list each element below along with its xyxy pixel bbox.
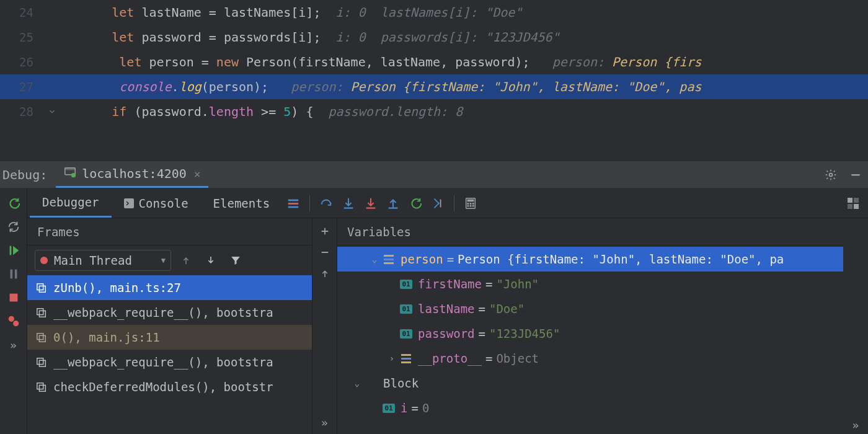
frame-label: __webpack_require__(), bootstra (53, 355, 273, 369)
chevron-down-icon[interactable]: ⌄ (367, 254, 382, 264)
force-step-into-button[interactable] (360, 192, 382, 215)
frames-panel: Frames Main Thread ▼ zUnb(), main.ts:27_… (27, 218, 312, 434)
tab-elements-label: Elements (213, 197, 270, 210)
rerun-button[interactable] (2, 192, 25, 215)
thread-select[interactable]: Main Thread ▼ (35, 250, 171, 271)
tab-elements[interactable]: Elements (201, 188, 283, 218)
layout-button[interactable] (846, 192, 868, 215)
code-editor[interactable]: 24 let lastName = lastNames[i];i: 0lastN… (0, 0, 868, 124)
object-icon (399, 353, 413, 364)
stack-frame[interactable]: 0(), main.js:11 (27, 325, 312, 350)
variable-row[interactable]: 01lastName = "Doe" (337, 296, 843, 321)
next-frame-button[interactable] (201, 250, 221, 270)
code-line[interactable]: 24 let lastName = lastNames[i];i: 0lastN… (0, 0, 868, 25)
evaluate-button[interactable] (459, 192, 482, 215)
code-text: if (password.length >= 5) { (67, 99, 313, 124)
filter-frames-button[interactable] (226, 250, 246, 270)
field-icon: 01 (382, 402, 396, 414)
var-name: i (401, 401, 407, 415)
chevron-down-icon: ▼ (161, 256, 166, 265)
svg-rect-12 (288, 199, 299, 201)
svg-rect-37 (39, 360, 45, 366)
variable-row[interactable]: 01password = "123JD456" (337, 321, 843, 346)
svg-rect-35 (39, 335, 45, 342)
svg-rect-36 (37, 358, 43, 365)
gutter[interactable] (37, 99, 67, 124)
svg-rect-23 (467, 205, 469, 206)
tab-console[interactable]: Console (112, 188, 201, 218)
more-actions-icon[interactable]: » (316, 413, 334, 432)
run-to-cursor-button[interactable] (404, 192, 427, 215)
svg-point-10 (13, 321, 19, 326)
remove-watch-button[interactable] (316, 243, 334, 262)
pause-button[interactable] (2, 263, 25, 285)
svg-rect-8 (9, 294, 17, 302)
stack-frame[interactable]: __webpack_require__(), bootstra (27, 300, 312, 325)
debug-toolwindow-bar: Debug: localhost:4200 × (0, 161, 868, 188)
stack-frame[interactable]: __webpack_require__(), bootstra (27, 350, 312, 374)
resume-button[interactable] (2, 239, 25, 262)
breakpoints-button[interactable] (2, 310, 25, 332)
svg-rect-29 (854, 204, 859, 209)
chevron-down-icon[interactable]: ⌄ (350, 378, 365, 388)
code-line[interactable]: 25 let password = passwords[i];i: 0passw… (0, 25, 868, 50)
debug-tab-label: localhost:4200 (82, 166, 187, 181)
stackframe-icon (36, 381, 47, 392)
svg-rect-30 (37, 284, 43, 290)
code-line[interactable]: 27 console.log(person); person: Person {… (0, 74, 868, 99)
inline-hint: person: Person {firstName: "John", lastN… (268, 74, 701, 99)
tab-debugger[interactable]: Debugger (30, 188, 112, 218)
variables-tree[interactable]: ⌄person = Person {firstName: "John", las… (337, 246, 843, 434)
step-out-button[interactable] (382, 192, 404, 215)
variable-row[interactable]: 01firstName = "John" (337, 272, 843, 296)
code-text: let person = new Person(firstName, lastN… (67, 50, 530, 74)
stackframe-icon (36, 282, 47, 293)
variable-row[interactable]: ›__proto__ = Object (337, 346, 843, 371)
step-into-button[interactable] (337, 192, 360, 215)
svg-rect-1 (65, 167, 76, 170)
fold-icon[interactable] (48, 99, 56, 124)
code-line[interactable]: 28 if (password.length >= 5) {password.l… (0, 99, 868, 124)
gear-icon[interactable] (818, 169, 843, 181)
variable-row[interactable]: 01i = 0 (337, 396, 843, 420)
code-line[interactable]: 26 let person = new Person(firstName, la… (0, 50, 868, 74)
var-name: person (401, 252, 443, 266)
more-icon[interactable]: » (852, 418, 859, 432)
debug-session-tab[interactable]: localhost:4200 × (56, 161, 208, 188)
close-icon[interactable]: × (192, 167, 201, 180)
svg-rect-14 (288, 206, 299, 208)
chevron-right-icon[interactable]: › (384, 353, 399, 363)
minimize-icon[interactable] (843, 169, 868, 181)
code-text: console.log(person); (67, 74, 268, 99)
thread-dropdown-icon[interactable] (282, 192, 304, 215)
inline-hint: i: 0 (321, 0, 365, 25)
variable-row[interactable]: ⌄Block (337, 371, 843, 396)
thread-dot-icon (40, 257, 48, 264)
svg-rect-4 (851, 174, 859, 175)
stack-frame[interactable]: zUnb(), main.ts:27 (27, 275, 312, 300)
move-up-button[interactable] (316, 264, 334, 283)
more-icon[interactable]: » (2, 334, 25, 356)
add-watch-button[interactable] (316, 222, 334, 241)
svg-rect-6 (10, 270, 12, 279)
line-number: 27 (0, 74, 37, 99)
drop-frame-button[interactable] (427, 192, 449, 215)
svg-point-3 (830, 173, 833, 176)
stack-frame[interactable]: checkDeferredModules(), bootstr (27, 374, 312, 399)
prev-frame-button[interactable] (176, 250, 196, 270)
variable-row[interactable]: ⌄person = Person {firstName: "John", las… (337, 247, 843, 272)
inline-hint: passwords[i]: "123JD456" (366, 25, 560, 50)
svg-rect-22 (472, 203, 474, 205)
code-text: let password = passwords[i]; (67, 25, 321, 50)
variables-right-rail: » (843, 218, 868, 434)
inline-hint: person: Person {firs (530, 50, 702, 74)
step-over-button[interactable] (315, 192, 337, 215)
frames-list[interactable]: zUnb(), main.ts:27__webpack_require__(),… (27, 275, 312, 434)
svg-rect-31 (39, 286, 45, 292)
stop-button[interactable] (2, 286, 25, 309)
reload-button[interactable] (2, 216, 25, 238)
svg-rect-21 (470, 203, 472, 205)
field-icon: 01 (399, 278, 413, 290)
var-name: firstName (418, 277, 482, 291)
stackframe-icon (36, 332, 47, 343)
